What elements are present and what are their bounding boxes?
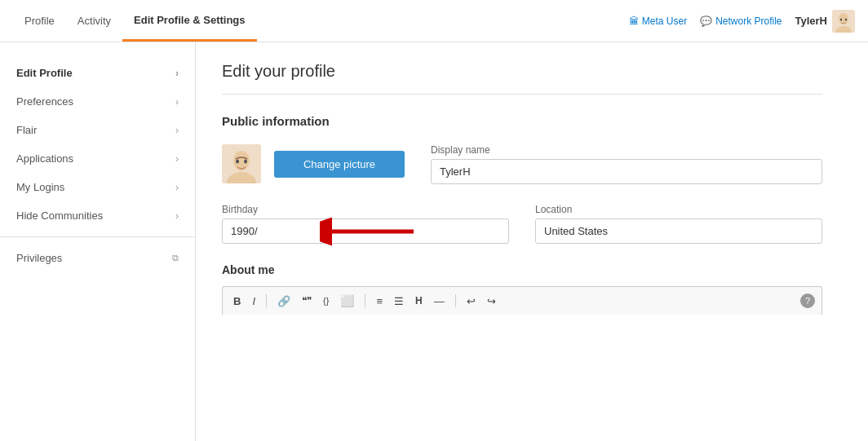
toolbar-unordered-list[interactable]: ☰ (390, 293, 408, 310)
editor-toolbar: B I 🔗 ❝❞ {} ⬜ ≡ ☰ H — ↩ ↪ ? (222, 286, 822, 315)
svg-point-6 (233, 151, 250, 170)
toolbar-code[interactable]: {} (319, 293, 333, 308)
sidebar: Edit Profile › Preferences › Flair › App… (0, 42, 196, 441)
tab-profile[interactable]: Profile (13, 0, 66, 42)
toolbar-bold[interactable]: B (229, 293, 245, 310)
sidebar-item-hide-communities[interactable]: Hide Communities › (0, 201, 195, 230)
location-input[interactable] (535, 218, 822, 244)
chevron-right-icon: › (175, 153, 179, 165)
sidebar-item-preferences[interactable]: Preferences › (0, 87, 195, 116)
svg-point-9 (244, 160, 247, 164)
nav-tabs: Profile Activity Edit Profile & Settings (13, 0, 257, 42)
location-group: Location (535, 204, 822, 244)
change-picture-button[interactable]: Change picture (274, 151, 405, 178)
chevron-right-icon: › (175, 68, 179, 79)
birthday-group: Birthday (222, 204, 509, 244)
birthday-location-row: Birthday (222, 204, 822, 244)
toolbar-sep-2 (365, 294, 365, 307)
toolbar-blockquote[interactable]: ❝❞ (298, 293, 316, 309)
section-divider (222, 94, 822, 95)
network-profile-icon: 💬 (700, 15, 712, 27)
nav-right: 🏛 Meta User 💬 Network Profile TylerH (629, 10, 855, 33)
toolbar-redo[interactable]: ↪ (483, 293, 500, 310)
page-layout: Edit Profile › Preferences › Flair › App… (0, 42, 868, 441)
meta-user-icon: 🏛 (629, 15, 639, 27)
birthday-wrapper (222, 218, 509, 244)
network-profile-link[interactable]: 💬 Network Profile (700, 15, 782, 27)
main-content: Edit your profile Public information (196, 42, 848, 441)
section-title: Public information (222, 114, 822, 128)
toolbar-help[interactable]: ? (800, 293, 815, 308)
sidebar-item-label: Preferences (16, 95, 73, 108)
top-navigation: Profile Activity Edit Profile & Settings… (0, 0, 868, 42)
chevron-right-icon: › (175, 96, 179, 108)
toolbar-image[interactable]: ⬜ (336, 292, 358, 310)
sidebar-item-label: Privileges (16, 252, 62, 264)
toolbar-ordered-list[interactable]: ≡ (372, 293, 387, 310)
display-name-input[interactable] (431, 159, 822, 184)
sidebar-item-my-logins[interactable]: My Logins › (0, 173, 195, 201)
toolbar-heading[interactable]: H (411, 293, 427, 309)
sidebar-item-flair[interactable]: Flair › (0, 116, 195, 144)
about-me-label: About me (222, 263, 822, 276)
profile-avatar (222, 144, 261, 183)
chevron-right-icon: › (175, 182, 179, 193)
svg-point-4 (845, 18, 847, 20)
sidebar-item-label: My Logins (16, 181, 64, 193)
avatar-section: Change picture (222, 144, 405, 183)
public-info-row: Change picture Display name (222, 144, 822, 184)
tab-activity[interactable]: Activity (66, 0, 122, 42)
location-label: Location (535, 204, 822, 215)
birthday-input[interactable] (222, 218, 509, 244)
sidebar-divider (0, 236, 195, 237)
sidebar-item-label: Edit Profile (16, 67, 73, 79)
sidebar-item-edit-profile[interactable]: Edit Profile › (0, 59, 195, 87)
sidebar-item-applications[interactable]: Applications › (0, 144, 195, 173)
sidebar-item-label: Hide Communities (16, 209, 103, 222)
svg-point-8 (236, 160, 239, 164)
display-name-section: Display name (431, 144, 822, 184)
toolbar-italic[interactable]: I (248, 293, 259, 310)
chevron-right-icon: › (175, 125, 179, 136)
sidebar-item-label: Flair (16, 124, 37, 136)
meta-user-link[interactable]: 🏛 Meta User (629, 15, 687, 27)
svg-point-1 (839, 13, 848, 24)
page-title: Edit your profile (222, 62, 822, 81)
toolbar-hr[interactable]: — (430, 293, 449, 310)
sidebar-item-privileges[interactable]: Privileges ⧉ (0, 244, 195, 272)
toolbar-undo[interactable]: ↩ (463, 293, 480, 310)
user-info[interactable]: TylerH (795, 10, 856, 33)
toolbar-sep-3 (455, 294, 456, 307)
birthday-label: Birthday (222, 204, 509, 215)
tab-edit-profile-settings[interactable]: Edit Profile & Settings (122, 0, 257, 42)
toolbar-sep-1 (266, 294, 267, 307)
chevron-right-icon: › (175, 210, 179, 222)
sidebar-item-label: Applications (16, 152, 73, 165)
display-name-label: Display name (431, 144, 822, 156)
user-avatar (832, 10, 855, 33)
username-label: TylerH (795, 15, 828, 27)
toolbar-link[interactable]: 🔗 (273, 293, 294, 310)
svg-point-3 (840, 18, 842, 20)
external-link-icon: ⧉ (172, 253, 179, 263)
